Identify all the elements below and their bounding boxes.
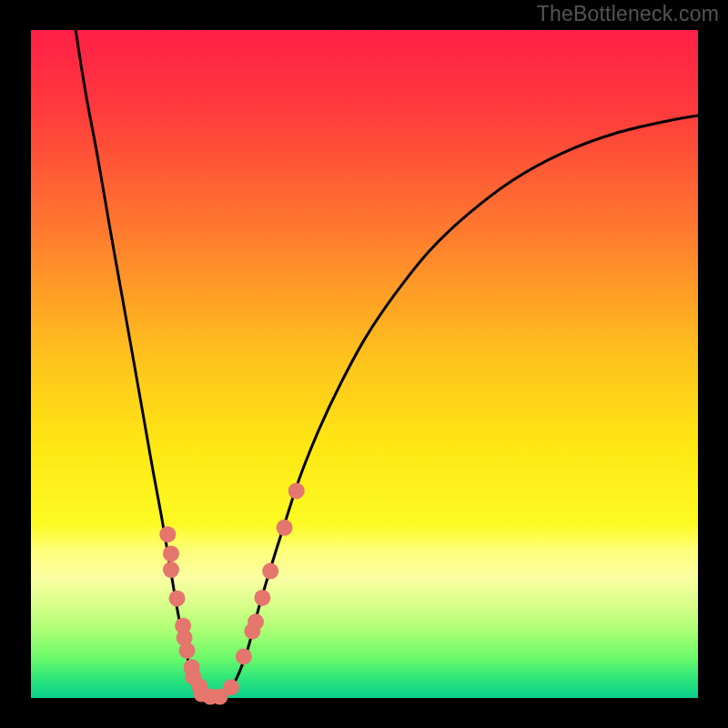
plot-area xyxy=(31,30,698,698)
sample-marker xyxy=(163,545,179,561)
sample-marker xyxy=(248,613,264,630)
sample-marker xyxy=(288,482,305,499)
chart-frame: TheBottleneck.com xyxy=(0,0,728,728)
sample-marker xyxy=(163,561,179,578)
sample-marker xyxy=(277,520,293,536)
sample-marker xyxy=(159,526,176,542)
sample-markers-group xyxy=(159,482,304,704)
sample-marker xyxy=(262,563,278,580)
sample-marker xyxy=(236,648,252,664)
sample-marker xyxy=(223,679,239,695)
watermark-text: TheBottleneck.com xyxy=(537,2,719,26)
sample-marker xyxy=(169,591,186,607)
curve-layer xyxy=(31,30,698,698)
sample-marker xyxy=(254,590,270,606)
sample-marker xyxy=(179,642,196,659)
